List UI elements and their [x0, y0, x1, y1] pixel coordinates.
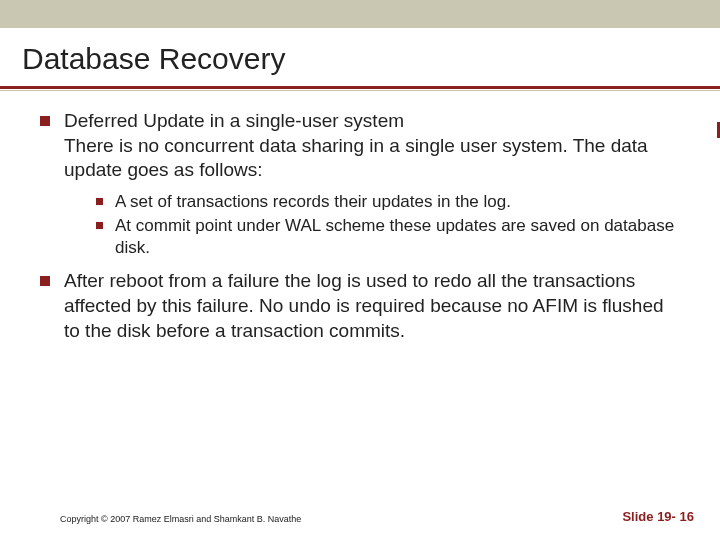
bullet-square-icon [40, 276, 50, 286]
slide-body: Deferred Update in a single-user system … [0, 91, 720, 343]
bullet-level1: Deferred Update in a single-user system … [40, 109, 680, 183]
bullet-text: After reboot from a failure the log is u… [64, 269, 680, 343]
bullet-text: A set of transactions records their upda… [115, 191, 511, 213]
slide-title: Database Recovery [22, 42, 720, 76]
bullet-level2: At commit point under WAL scheme these u… [96, 215, 680, 259]
bullet-level2: A set of transactions records their upda… [96, 191, 680, 213]
bullet-text: Deferred Update in a single-user system … [64, 109, 680, 183]
copyright-text: Copyright © 2007 Ramez Elmasri and Shamk… [60, 514, 301, 524]
bullet-level2-group: A set of transactions records their upda… [96, 191, 680, 259]
bullet-text: At commit point under WAL scheme these u… [115, 215, 680, 259]
slide-footer: Copyright © 2007 Ramez Elmasri and Shamk… [0, 509, 720, 524]
title-area: Database Recovery [0, 28, 720, 86]
title-underline [0, 86, 720, 89]
bullet-square-icon [96, 222, 103, 229]
top-band [0, 0, 720, 28]
bullet-level1: After reboot from a failure the log is u… [40, 269, 680, 343]
bullet-square-icon [96, 198, 103, 205]
slide-number: Slide 19- 16 [622, 509, 694, 524]
bullet-square-icon [40, 116, 50, 126]
